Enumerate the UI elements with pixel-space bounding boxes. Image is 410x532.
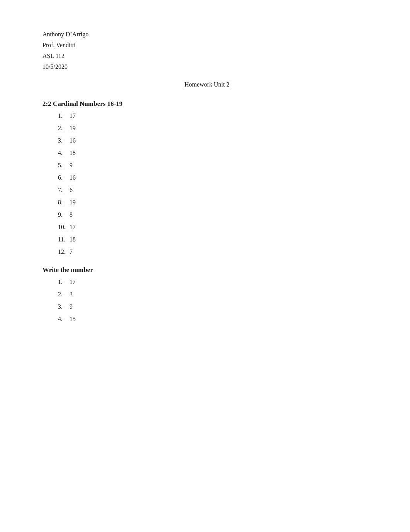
item-num: 1. [58,279,69,286]
item-num: 10. [58,224,69,231]
list-item: 4. 15 [42,316,371,323]
list-item: 7. 6 [42,187,371,194]
list-item: 1. 17 [42,112,371,119]
section1: 2:2 Cardinal Numbers 16-19 1. 17 2. 19 3… [42,100,371,255]
item-num: 3. [58,137,69,144]
item-val: 17 [69,279,76,286]
item-val: 6 [69,187,73,194]
item-num: 6. [58,174,69,181]
item-num: 11. [58,236,69,243]
list-item: 2. 3 [42,291,371,298]
item-num: 2. [58,125,69,132]
item-num: 9. [58,211,69,218]
item-val: 16 [69,137,76,144]
item-num: 4. [58,150,69,156]
item-val: 8 [69,211,73,218]
author-line: Anthony D’Arrigo [42,31,371,38]
date-text: 10/5/2020 [42,63,68,70]
list-item: 3. 9 [42,303,371,310]
page-title: Homework Unit 2 [185,81,229,89]
item-num: 2. [58,291,69,298]
item-val: 16 [69,174,76,181]
item-num: 3. [58,303,69,310]
item-val: 19 [69,199,76,206]
header-block: Anthony D’Arrigo Prof. Venditti ASL 112 … [42,31,371,70]
author-text: Anthony D’Arrigo [42,31,89,37]
title-block: Homework Unit 2 [42,81,371,89]
item-val: 15 [69,316,76,323]
item-val: 18 [69,150,76,156]
list-item: 5. 9 [42,162,371,169]
item-val: 17 [69,112,76,119]
list-item: 3. 16 [42,137,371,144]
item-num: 5. [58,162,69,169]
section1-heading: 2:2 Cardinal Numbers 16-19 [42,100,371,108]
item-val: 17 [69,224,76,231]
course-text: ASL 112 [42,53,64,59]
item-num: 12. [58,248,69,255]
item-val: 19 [69,125,76,132]
item-num: 1. [58,112,69,119]
item-num: 8. [58,199,69,206]
item-val: 9 [69,162,73,169]
item-val: 7 [69,248,73,255]
list-item: 9. 8 [42,211,371,218]
date-line: 10/5/2020 [42,63,371,70]
item-val: 18 [69,236,76,243]
course-line: ASL 112 [42,53,371,59]
list-item: 2. 19 [42,125,371,132]
list-item: 8. 19 [42,199,371,206]
item-num: 4. [58,316,69,323]
professor-text: Prof. Venditti [42,42,76,48]
list-item: 12. 7 [42,248,371,255]
item-num: 7. [58,187,69,194]
list-item: 10. 17 [42,224,371,231]
list-item: 11. 18 [42,236,371,243]
list-item: 4. 18 [42,150,371,156]
list-item: 1. 17 [42,279,371,286]
section2: Write the number 1. 17 2. 3 3. 9 4. 15 [42,266,371,323]
section2-heading: Write the number [42,266,371,274]
item-val: 9 [69,303,73,310]
list-item: 6. 16 [42,174,371,181]
item-val: 3 [69,291,73,298]
professor-line: Prof. Venditti [42,42,371,49]
